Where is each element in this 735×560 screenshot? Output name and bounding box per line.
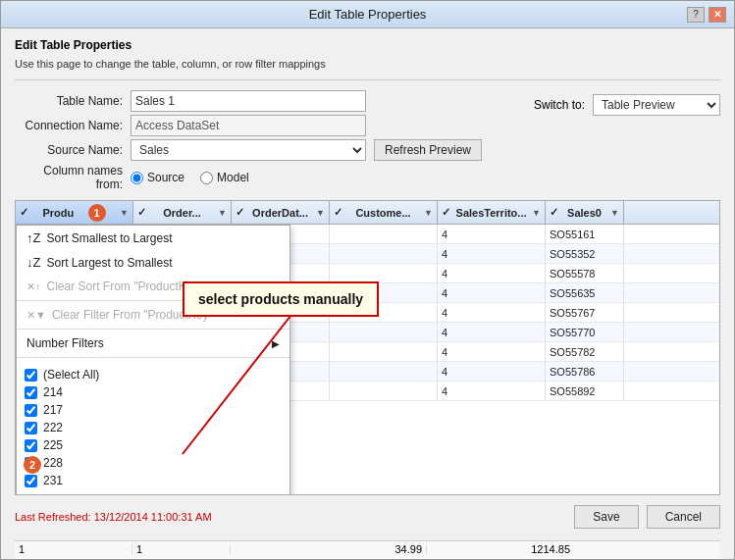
col-arrow-order[interactable]: ▼ bbox=[218, 208, 227, 218]
cell-customer-7 bbox=[330, 342, 438, 361]
source-name-row: Source Name: Sales Refresh Preview bbox=[15, 139, 482, 161]
column-header-territory[interactable]: ✓ SalesTerrito... ▼ bbox=[438, 201, 546, 224]
table-name-row: Table Name: bbox=[15, 90, 482, 112]
cell-territory-2: 4 bbox=[438, 244, 546, 263]
col-arrow-orderdate[interactable]: ▼ bbox=[316, 208, 325, 218]
section-description: Use this page to change the table, colum… bbox=[15, 58, 720, 70]
cell-sales-2: SO55352 bbox=[546, 244, 624, 263]
filter-217-label: 217 bbox=[43, 403, 63, 417]
filter-225-label: 225 bbox=[43, 438, 63, 452]
column-header-product[interactable]: ✓ Produ 1 ▼ bbox=[16, 201, 133, 224]
clear-filter-icon: ✕▼ bbox=[26, 309, 46, 322]
sort-asc-icon: ↑Z bbox=[26, 230, 40, 245]
cell-customer-3 bbox=[330, 264, 438, 282]
tooltip-text: select products manually bbox=[198, 291, 363, 307]
filter-231-checkbox[interactable] bbox=[25, 475, 37, 487]
filter-item-231[interactable]: 231 bbox=[25, 472, 282, 489]
form-left: Table Name: Connection Name: Source Name… bbox=[15, 90, 482, 194]
window-controls: ? ✕ bbox=[687, 7, 726, 23]
col-label-sales: Sales0 bbox=[567, 207, 602, 219]
sort-desc-icon: ↓Z bbox=[26, 255, 40, 270]
tooltip-box: select products manually bbox=[183, 281, 379, 317]
filter-225-checkbox[interactable] bbox=[25, 439, 37, 452]
sort-asc-item[interactable]: ↑Z Sort Smallest to Largest bbox=[17, 226, 289, 250]
cell-sales-3: SO55578 bbox=[546, 264, 624, 282]
save-button[interactable]: Save bbox=[574, 505, 638, 529]
cell-customer-9 bbox=[330, 382, 438, 400]
filter-list-badge: 2 bbox=[24, 456, 41, 474]
col-arrow-customer[interactable]: ▼ bbox=[424, 208, 433, 218]
col-check-orderdate: ✓ bbox=[236, 206, 244, 219]
main-window: Edit Table Properties ? ✕ Edit Table Pro… bbox=[0, 0, 735, 560]
cell-territory-5: 4 bbox=[438, 303, 546, 322]
col-check-icon: ✓ bbox=[20, 206, 28, 219]
refresh-preview-button[interactable]: Refresh Preview bbox=[374, 139, 482, 161]
switch-to-select[interactable]: Table Preview bbox=[593, 94, 720, 116]
footer-col3: 34.99 bbox=[231, 543, 427, 555]
table-name-label: Table Name: bbox=[15, 94, 123, 108]
cell-sales-8: SO55786 bbox=[546, 362, 624, 381]
column-header-customer[interactable]: ✓ Custome... ▼ bbox=[330, 201, 438, 224]
number-filters-item[interactable]: Number Filters ▶ bbox=[17, 331, 289, 355]
col-label-customer: Custome... bbox=[355, 207, 410, 219]
last-refreshed: Last Refreshed: 13/12/2014 11:00:31 AM bbox=[15, 511, 212, 523]
cell-territory-9: 4 bbox=[438, 382, 546, 400]
cell-territory-4: 4 bbox=[438, 283, 546, 302]
table-name-input[interactable] bbox=[131, 90, 366, 112]
footer-row: 1 1 34.99 1214.85 bbox=[15, 540, 720, 559]
radio-model-text: Model bbox=[217, 171, 249, 184]
cell-customer-2 bbox=[330, 244, 438, 263]
col-arrow-sales[interactable]: ▼ bbox=[610, 208, 619, 218]
cell-territory-1: 4 bbox=[438, 225, 546, 243]
filter-item-225[interactable]: 225 bbox=[25, 436, 282, 454]
col-arrow-product[interactable]: ▼ bbox=[120, 208, 129, 218]
filter-222-label: 222 bbox=[43, 421, 63, 434]
cell-sales-4: SO55635 bbox=[546, 283, 624, 302]
filter-list: (Select All) 214 217 222 bbox=[17, 360, 289, 495]
radio-model-label[interactable]: Model bbox=[200, 171, 249, 184]
radio-source-input[interactable] bbox=[131, 172, 143, 184]
sort-desc-item[interactable]: ↓Z Sort Largest to Smallest bbox=[17, 250, 289, 275]
cancel-button[interactable]: Cancel bbox=[647, 505, 720, 529]
radio-model-input[interactable] bbox=[200, 172, 213, 184]
data-grid: ✓ Produ 1 ▼ ✓ Order... ▼ ✓ OrderDat... ▼… bbox=[15, 200, 720, 495]
column-header-orderdate[interactable]: ✓ OrderDat... ▼ bbox=[232, 201, 330, 224]
filter-item-222[interactable]: 222 bbox=[25, 419, 282, 436]
filter-item-214[interactable]: 214 bbox=[25, 383, 282, 401]
bottom-bar: Last Refreshed: 13/12/2014 11:00:31 AM S… bbox=[15, 501, 720, 535]
submenu-arrow-icon: ▶ bbox=[272, 338, 280, 349]
col-arrow-territory[interactable]: ▼ bbox=[532, 208, 541, 218]
col-check-sales: ✓ bbox=[550, 206, 558, 219]
badge-2-container: 2 bbox=[22, 456, 41, 474]
filter-select-all-checkbox[interactable] bbox=[25, 369, 37, 382]
radio-source-label[interactable]: Source bbox=[131, 171, 184, 184]
filter-217-checkbox[interactable] bbox=[25, 404, 37, 417]
last-refreshed-value: 13/12/2014 11:00:31 AM bbox=[94, 511, 212, 523]
column-header-order[interactable]: ✓ Order... ▼ bbox=[133, 201, 232, 224]
column-header-sales[interactable]: ✓ Sales0 ▼ bbox=[546, 201, 624, 224]
cell-territory-7: 4 bbox=[438, 342, 546, 361]
column-names-label: Column names from: bbox=[15, 164, 123, 191]
cell-sales-9: SO55892 bbox=[546, 382, 624, 400]
filter-item-228[interactable]: 228 bbox=[25, 454, 282, 472]
window-title: Edit Table Properties bbox=[48, 7, 687, 22]
last-refreshed-label: Last Refreshed: bbox=[15, 511, 91, 523]
number-filters-label: Number Filters bbox=[26, 336, 104, 350]
cell-sales-1: SO55161 bbox=[546, 225, 624, 243]
cell-sales-6: SO55770 bbox=[546, 323, 624, 341]
source-name-label: Source Name: bbox=[15, 143, 123, 157]
help-button[interactable]: ? bbox=[687, 7, 705, 23]
section-title: Edit Table Properties bbox=[15, 38, 720, 52]
footer-col2: 1 bbox=[132, 543, 231, 555]
filter-select-all[interactable]: (Select All) bbox=[25, 366, 282, 383]
connection-name-label: Connection Name: bbox=[15, 119, 123, 132]
close-button[interactable]: ✕ bbox=[709, 7, 726, 23]
connection-name-row: Connection Name: bbox=[15, 115, 482, 136]
filter-222-checkbox[interactable] bbox=[25, 422, 37, 434]
col-label-orderdate: OrderDat... bbox=[252, 207, 308, 219]
source-name-select[interactable]: Sales bbox=[131, 139, 366, 161]
filter-item-217[interactable]: 217 bbox=[25, 401, 282, 419]
filter-214-label: 214 bbox=[43, 385, 63, 399]
col-check-customer: ✓ bbox=[334, 206, 342, 219]
filter-214-checkbox[interactable] bbox=[25, 386, 37, 399]
